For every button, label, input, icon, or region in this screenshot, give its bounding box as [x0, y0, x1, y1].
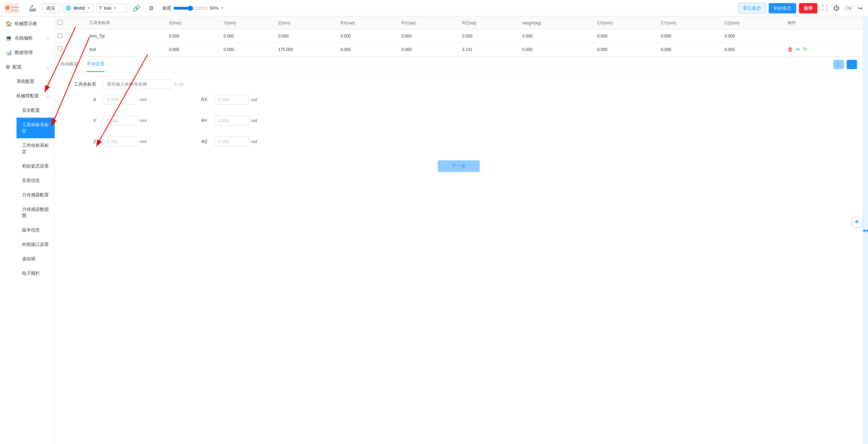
- power-icon[interactable]: ⏻: [832, 3, 841, 13]
- rx-input[interactable]: [214, 95, 249, 105]
- z-input[interactable]: [103, 137, 137, 147]
- y-unit: mm: [140, 118, 147, 123]
- speed-chevron[interactable]: ▼: [221, 6, 224, 10]
- col-cz: CZ(mm): [722, 17, 785, 30]
- sidebar-item-demo[interactable]: 🏠 机械臂示教: [0, 17, 55, 31]
- sidebar-item-version[interactable]: 版本信息: [16, 223, 55, 237]
- row-weight: 0.000: [520, 30, 594, 43]
- sidebar-item-workcal[interactable]: 工作坐标系标定: [16, 138, 55, 159]
- rz-input[interactable]: [214, 137, 249, 147]
- code-icon: 💻: [5, 35, 12, 41]
- col-x: X(mm): [166, 17, 221, 30]
- gear-icon: ⚙: [5, 64, 10, 70]
- x-input[interactable]: [103, 95, 137, 105]
- sidebar-item-install[interactable]: 安装信息: [16, 173, 55, 188]
- sidebar-item-online[interactable]: 💻 在线编程 ∧: [0, 31, 55, 45]
- sidebar: 🏠 机械臂示教 💻 在线编程 ∧ 📊 数据管理 ⚙ 配置 ∧ 系统配置 ∧ 机械…: [0, 17, 55, 444]
- rz-input-wrap: rad: [214, 137, 257, 147]
- sidebar-item-initpose[interactable]: 初始姿态设置: [16, 159, 55, 173]
- tab-auto[interactable]: 自动标定: [60, 57, 78, 72]
- sidebar-label: 安全配置: [22, 107, 40, 113]
- sidebar-item-forcecfg[interactable]: 力传感器配置: [16, 188, 55, 202]
- rz-label: RZ: [180, 139, 208, 144]
- row-ry: 0.000: [399, 43, 459, 56]
- sidebar-item-data[interactable]: 📊 数据管理: [0, 45, 55, 60]
- chevron-down-icon: ▼: [87, 6, 90, 10]
- sidebar-item-toolcal[interactable]: 工具坐标系标定: [16, 118, 55, 138]
- row-weight: 0.000: [520, 43, 594, 56]
- download-button[interactable]: ↓: [833, 60, 844, 69]
- row-actions: [785, 30, 863, 43]
- sidebar-label: 机械臂示教: [15, 21, 37, 27]
- col-cy: CY(mm): [658, 17, 722, 30]
- col-rx: RX(rad): [338, 17, 399, 30]
- delete-button[interactable]: 🗑: [788, 46, 793, 53]
- table-row: Arm_Tip 0.000 0.000 0.000 0.000 0.000 0.…: [55, 30, 863, 43]
- edit-button[interactable]: ✏: [796, 46, 800, 53]
- eye-button[interactable]: 👁: [852, 217, 863, 228]
- mode-button[interactable]: 真实: [42, 3, 60, 13]
- row-y: 0.000: [221, 30, 276, 43]
- speed-value: 50%: [210, 6, 219, 11]
- topbar: 睿 realman 睿尔曼智能 🦾 真实 🌐 World ▼ T tool ▼ …: [0, 0, 868, 17]
- content-area: 工具坐标系 X(mm) Y(mm) Z(mm) RX(rad) RY(rad) …: [55, 17, 863, 444]
- cn-badge: CN: [844, 5, 853, 11]
- world-dropdown[interactable]: 🌐 World ▼: [63, 4, 93, 12]
- fullscreen-icon[interactable]: ⛶: [820, 3, 829, 13]
- tab-manual[interactable]: 手动设置: [87, 57, 104, 72]
- link-icon[interactable]: 🔗: [130, 3, 143, 13]
- chevron-icon: ∧: [47, 36, 49, 40]
- sidebar-item-forcedata[interactable]: 力传感器数据图: [16, 202, 55, 223]
- row-x: 0.000: [166, 30, 221, 43]
- z-input-wrap: mm: [103, 137, 147, 147]
- sidebar-item-safety[interactable]: 安全配置: [16, 103, 55, 118]
- settings-icon[interactable]: ⚙: [146, 3, 157, 13]
- logout-icon[interactable]: ↪: [856, 3, 864, 13]
- y-input-wrap: mm: [103, 116, 147, 126]
- zero-pose-button[interactable]: 零位姿态: [738, 3, 766, 14]
- upload-button[interactable]: ↑: [847, 60, 857, 69]
- ry-unit: rad: [251, 118, 257, 123]
- sidebar-sub-arm: 安全配置 工具坐标系标定 工作坐标系标定 初始姿态设置 安装信息 力传感器配置 …: [0, 103, 55, 281]
- speed-section: 速度 50% ▼: [162, 5, 224, 11]
- col-name: 工具坐标系: [87, 17, 166, 30]
- right-collapse-handle[interactable]: ◀◀: [863, 17, 868, 444]
- y-input[interactable]: [103, 116, 137, 126]
- name-counter: 0 / 10: [174, 82, 183, 86]
- sidebar-label: 电子围栏: [22, 270, 40, 277]
- z-label: Z: [69, 139, 96, 144]
- ry-input-wrap: rad: [214, 116, 257, 126]
- row-cz: 0.000: [722, 43, 785, 56]
- next-button[interactable]: 下一步: [438, 160, 480, 172]
- tool-name-input[interactable]: [103, 79, 172, 89]
- estop-button[interactable]: 急停: [799, 3, 817, 13]
- svg-text:realman: realman: [11, 6, 19, 8]
- sidebar-item-armcfg[interactable]: 机械臂配置 ∧: [11, 89, 55, 103]
- sidebar-sub: 系统配置 ∧ 机械臂配置 ∧: [0, 74, 55, 103]
- main-layout: 🏠 机械臂示教 💻 在线编程 ∧ 📊 数据管理 ⚙ 配置 ∧ 系统配置 ∧ 机械…: [0, 17, 868, 444]
- sidebar-item-config[interactable]: ⚙ 配置 ∧: [0, 60, 55, 74]
- sidebar-item-vwall[interactable]: 虚拟墙: [16, 252, 55, 266]
- row-checkbox[interactable]: [58, 33, 63, 38]
- row-ry: 0.000: [399, 30, 459, 43]
- z-unit: mm: [140, 139, 147, 144]
- row-checkbox[interactable]: [58, 46, 63, 51]
- init-pose-button[interactable]: 初始姿态: [769, 3, 796, 13]
- sidebar-label: 力传感器数据图: [22, 206, 49, 219]
- chevron-icon: ∧: [47, 94, 49, 98]
- ry-input[interactable]: [214, 116, 249, 126]
- sidebar-item-efence[interactable]: 电子围栏: [16, 266, 55, 281]
- tool-table: 工具坐标系 X(mm) Y(mm) Z(mm) RX(rad) RY(rad) …: [55, 17, 863, 56]
- speed-label: 速度: [162, 5, 171, 11]
- sidebar-label: 配置: [13, 64, 22, 70]
- row-cy: 0.000: [658, 43, 722, 56]
- sidebar-item-extio[interactable]: 外部接口设置: [16, 237, 55, 252]
- sidebar-label: 虚拟墙: [22, 256, 35, 262]
- y-label: Y: [69, 118, 96, 123]
- speed-slider[interactable]: [173, 6, 208, 11]
- refresh-button[interactable]: ↻: [803, 46, 808, 53]
- sidebar-item-syscfg[interactable]: 系统配置 ∧: [11, 74, 55, 89]
- tool-dropdown[interactable]: T tool ▼: [96, 4, 127, 12]
- select-all-checkbox[interactable]: [58, 20, 63, 25]
- row-rx: 0.000: [338, 43, 399, 56]
